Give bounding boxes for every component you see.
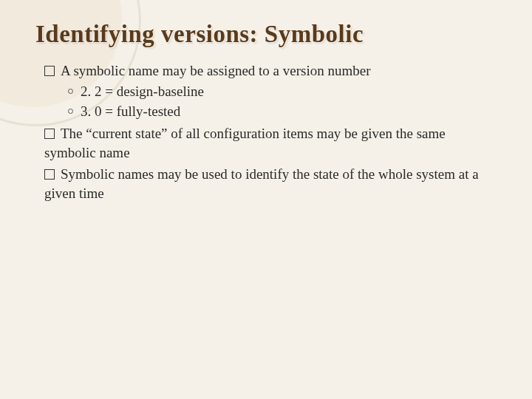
circle-bullet-icon [68,89,73,94]
bullet-1-text: A symbolic name may be assigned to a ver… [61,63,371,78]
circle-bullet-icon [68,109,73,114]
bullet-3-text: Symbolic names may be used to identify t… [44,166,479,201]
bullet-2: The “current state” of all configuration… [44,124,497,162]
square-bullet-icon [44,66,55,76]
slide-title: Identifying versions: Symbolic [35,21,497,48]
bullet-2-text: The “current state” of all configuration… [44,126,446,160]
bullet-1: A symbolic name may be assigned to a ver… [44,61,497,81]
sub-bullet-1a-text: 2. 2 = design-baseline [81,83,204,99]
square-bullet-icon [44,129,55,139]
slide-content: Identifying versions: Symbolic A symboli… [0,0,532,202]
sub-bullet-1a: 2. 2 = design-baseline [68,82,497,101]
sub-bullet-1b-text: 3. 0 = fully-tested [81,103,180,119]
sub-bullet-1b: 3. 0 = fully-tested [68,102,497,121]
bullet-3: Symbolic names may be used to identify t… [44,165,497,202]
square-bullet-icon [44,169,55,180]
slide-body: A symbolic name may be assigned to a ver… [35,61,497,202]
